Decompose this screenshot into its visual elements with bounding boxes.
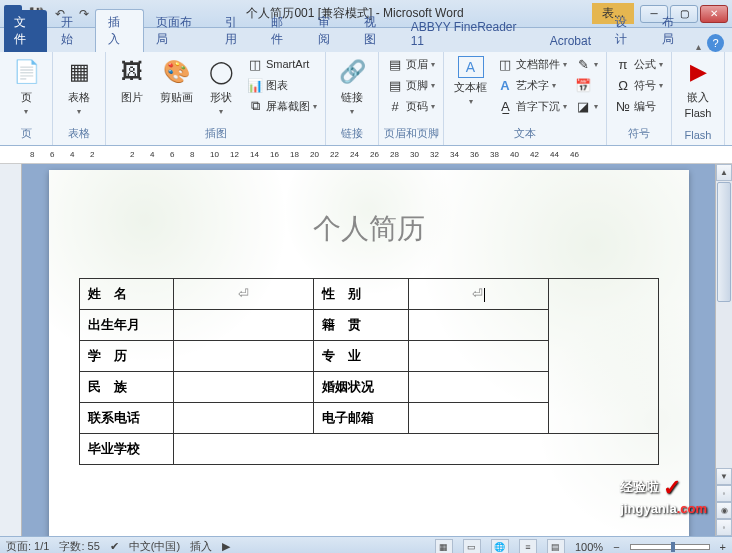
- cell-native-label[interactable]: 籍 贯: [314, 310, 409, 341]
- cell-photo[interactable]: [549, 279, 659, 434]
- zoom-out-button[interactable]: −: [613, 541, 619, 553]
- tab-mailings[interactable]: 邮件: [259, 10, 306, 52]
- shapes-button[interactable]: ◯ 形状 ▾: [199, 54, 243, 118]
- flash-button[interactable]: ▶ 嵌入 Flash: [676, 54, 720, 121]
- view-full-screen[interactable]: ▭: [463, 539, 481, 554]
- scroll-down-button[interactable]: ▼: [716, 468, 732, 485]
- cell-email-value[interactable]: [409, 403, 549, 434]
- resume-table[interactable]: 姓 名 ⏎ 性 别 ⏎ 出生年月 籍 贯 学 历 专 业: [79, 278, 659, 465]
- symbol-button[interactable]: Ω符号▾: [611, 75, 667, 95]
- ribbon-minimize-icon[interactable]: ▴: [696, 41, 701, 52]
- next-page-button[interactable]: ◦: [716, 519, 732, 536]
- smartart-button[interactable]: ◫SmartArt: [243, 54, 321, 74]
- cell-gender-label[interactable]: 性 别: [314, 279, 409, 310]
- table-button[interactable]: ▦ 表格 ▾: [57, 54, 101, 118]
- vertical-ruler[interactable]: [0, 164, 22, 536]
- view-web-layout[interactable]: 🌐: [491, 539, 509, 554]
- cell-edu-value[interactable]: [174, 341, 314, 372]
- cover-page-button[interactable]: 📄 页 ▾: [4, 54, 48, 118]
- cell-nation-label[interactable]: 民 族: [79, 372, 174, 403]
- object-button[interactable]: ◪▾: [571, 96, 602, 116]
- horizontal-ruler[interactable]: 8 6 4 2 2 4 6 8 10 12 14 16 18 20 22 24 …: [0, 146, 732, 164]
- label: Flash: [685, 107, 712, 119]
- view-outline[interactable]: ≡: [519, 539, 537, 554]
- scroll-track[interactable]: [716, 303, 732, 468]
- cell-marriage-label[interactable]: 婚姻状况: [314, 372, 409, 403]
- signature-icon: ✎: [575, 56, 591, 72]
- cell-major-value[interactable]: [409, 341, 549, 372]
- chevron-down-icon: ▾: [24, 107, 28, 116]
- cell-phone-label[interactable]: 联系电话: [79, 403, 174, 434]
- cell-gender-value[interactable]: ⏎: [409, 279, 549, 310]
- header-button[interactable]: ▤页眉▾: [383, 54, 439, 74]
- footer-button[interactable]: ▤页脚▾: [383, 75, 439, 95]
- zoom-level[interactable]: 100%: [575, 541, 603, 553]
- page-number-button[interactable]: #页码▾: [383, 96, 439, 116]
- cell-birth-value[interactable]: [174, 310, 314, 341]
- chart-button[interactable]: 📊图表: [243, 75, 321, 95]
- picture-button[interactable]: 🖼 图片: [110, 54, 154, 107]
- view-draft[interactable]: ▤: [547, 539, 565, 554]
- tab-file[interactable]: 文件: [4, 10, 47, 52]
- screenshot-button[interactable]: ⧉屏幕截图▾: [243, 96, 321, 116]
- status-language[interactable]: 中文(中国): [129, 539, 180, 553]
- close-button[interactable]: ✕: [700, 5, 728, 23]
- status-page[interactable]: 页面: 1/1: [6, 539, 49, 553]
- cell-native-value[interactable]: [409, 310, 549, 341]
- table-row[interactable]: 毕业学校: [79, 434, 658, 465]
- vertical-scrollbar[interactable]: ▲ ▼ ◦ ◉ ◦: [715, 164, 732, 536]
- scroll-thumb[interactable]: [717, 182, 731, 302]
- proofing-icon[interactable]: ✔: [110, 540, 119, 553]
- zoom-in-button[interactable]: +: [720, 541, 726, 553]
- cell-major-label[interactable]: 专 业: [314, 341, 409, 372]
- tab-table-layout[interactable]: 布局: [650, 10, 697, 52]
- tab-design[interactable]: 设计: [603, 10, 650, 52]
- cell-email-label[interactable]: 电子邮箱: [314, 403, 409, 434]
- tab-references[interactable]: 引用: [213, 10, 260, 52]
- browse-object-button[interactable]: ◉: [716, 502, 732, 519]
- cell-name-label[interactable]: 姓 名: [79, 279, 174, 310]
- datetime-button[interactable]: 📅: [571, 75, 602, 95]
- group-illustrations: 🖼 图片 🎨 剪贴画 ◯ 形状 ▾ ◫SmartArt 📊图表 ⧉屏幕截图▾ 插…: [106, 52, 326, 145]
- help-button[interactable]: ?: [707, 34, 724, 52]
- scroll-up-button[interactable]: ▲: [716, 164, 732, 181]
- cell-marriage-value[interactable]: [409, 372, 549, 403]
- status-insert-mode[interactable]: 插入: [190, 539, 212, 553]
- wordart-button[interactable]: A艺术字▾: [493, 75, 571, 95]
- quickparts-button[interactable]: ◫文档部件▾: [493, 54, 571, 74]
- tab-page-layout[interactable]: 页面布局: [144, 10, 213, 52]
- prev-page-button[interactable]: ◦: [716, 485, 732, 502]
- tab-abbyy[interactable]: ABBYY FineReader 11: [399, 16, 538, 52]
- table-row[interactable]: 姓 名 ⏎ 性 别 ⏎: [79, 279, 658, 310]
- link-icon: 🔗: [336, 56, 368, 88]
- cell-school-value[interactable]: [174, 434, 658, 465]
- tab-insert[interactable]: 插入: [95, 9, 144, 52]
- clipart-button[interactable]: 🎨 剪贴画: [154, 54, 199, 107]
- number-button[interactable]: №编号: [611, 96, 667, 116]
- equation-button[interactable]: π公式▾: [611, 54, 667, 74]
- group-label: 插图: [110, 124, 321, 143]
- cell-name-value[interactable]: ⏎: [174, 279, 314, 310]
- cell-phone-value[interactable]: [174, 403, 314, 434]
- zoom-slider[interactable]: [630, 544, 710, 550]
- status-words[interactable]: 字数: 55: [59, 539, 99, 553]
- dropcap-button[interactable]: A̲首字下沉▾: [493, 96, 571, 116]
- number-icon: №: [615, 98, 631, 114]
- tab-acrobat[interactable]: Acrobat: [538, 30, 603, 52]
- tab-view[interactable]: 视图: [352, 10, 399, 52]
- signature-button[interactable]: ✎▾: [571, 54, 602, 74]
- hyperlink-button[interactable]: 🔗 链接 ▾: [330, 54, 374, 118]
- document-viewport[interactable]: 个人简历 姓 名 ⏎ 性 别 ⏎ 出生年月 籍 贯 学 历: [22, 164, 715, 536]
- status-macro-icon[interactable]: ▶: [222, 540, 230, 553]
- tab-home[interactable]: 开始: [49, 10, 96, 52]
- cell-edu-label[interactable]: 学 历: [79, 341, 174, 372]
- textbox-button[interactable]: A 文本框 ▾: [448, 54, 493, 108]
- tab-review[interactable]: 审阅: [306, 10, 353, 52]
- cell-nation-value[interactable]: [174, 372, 314, 403]
- cell-birth-label[interactable]: 出生年月: [79, 310, 174, 341]
- cell-school-label[interactable]: 毕业学校: [79, 434, 174, 465]
- document-page[interactable]: 个人简历 姓 名 ⏎ 性 别 ⏎ 出生年月 籍 贯 学 历: [49, 170, 689, 536]
- document-title[interactable]: 个人简历: [79, 210, 659, 248]
- label: 形状: [210, 90, 232, 105]
- view-print-layout[interactable]: ▦: [435, 539, 453, 554]
